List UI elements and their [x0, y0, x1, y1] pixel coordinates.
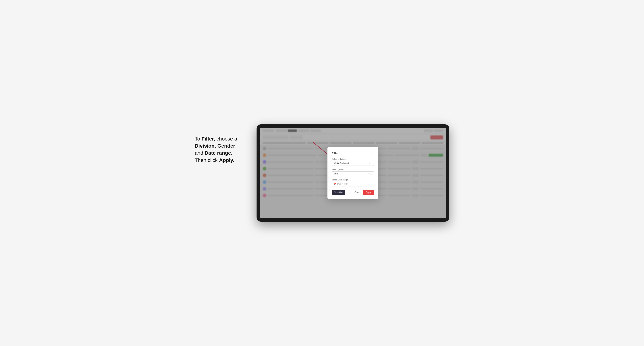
division-group: Select a division NCAA Division I × ⌄ [332, 158, 374, 166]
modal-footer: Clear filter Cancel Apply [332, 190, 374, 195]
instruction-bold-filter: Filter, [202, 136, 215, 142]
gender-value: Men [334, 173, 368, 175]
date-picker[interactable]: 📅 Pick a date [332, 182, 374, 186]
filter-modal: Filter × Select a division NCAA Division… [328, 147, 378, 199]
division-clear-icon[interactable]: × [368, 162, 370, 165]
gender-chevron-icon: ⌄ [370, 173, 372, 175]
gender-clear-icon[interactable]: × [368, 173, 370, 175]
tablet-screen: Filter × Select a division NCAA Division… [260, 128, 446, 218]
instruction-line4: Then click Apply. [195, 157, 246, 164]
clear-filter-button[interactable]: Clear filter [332, 190, 345, 195]
instruction-bold-division: Division, Gender [195, 143, 235, 149]
division-select[interactable]: NCAA Division I × ⌄ [332, 161, 374, 166]
gender-controls: × ⌄ [368, 173, 372, 175]
calendar-icon: 📅 [334, 183, 336, 185]
modal-header: Filter × [332, 151, 374, 155]
cancel-button[interactable]: Cancel [354, 191, 361, 193]
gender-label: Select gender [332, 168, 374, 171]
modal-overlay: Filter × Select a division NCAA Division… [260, 128, 446, 218]
date-group: Select Date range 📅 Pick a date [332, 179, 374, 186]
date-placeholder: Pick a date [337, 183, 348, 185]
footer-right-buttons: Cancel Apply [354, 190, 374, 195]
apply-button[interactable]: Apply [363, 190, 374, 195]
page-wrapper: To Filter, choose a Division, Gender and… [195, 124, 449, 222]
instruction-line3: and Date range. [195, 149, 246, 157]
division-value: NCAA Division I [334, 162, 368, 165]
date-label: Select Date range [332, 179, 374, 181]
instruction-panel: To Filter, choose a Division, Gender and… [195, 124, 246, 164]
division-chevron-icon: ⌄ [370, 162, 372, 165]
instruction-bold-date: Date range. [205, 150, 232, 156]
gender-select[interactable]: Men × ⌄ [332, 171, 374, 176]
instruction-line1: To Filter, choose a [195, 135, 246, 142]
division-controls: × ⌄ [368, 162, 372, 165]
instruction-line2: Division, Gender [195, 142, 246, 149]
tablet-frame: Filter × Select a division NCAA Division… [256, 124, 449, 222]
modal-close-button[interactable]: × [371, 151, 374, 155]
instruction-bold-apply: Apply. [219, 157, 234, 163]
gender-group: Select gender Men × ⌄ [332, 168, 374, 176]
division-label: Select a division [332, 158, 374, 160]
modal-title: Filter [332, 152, 338, 155]
